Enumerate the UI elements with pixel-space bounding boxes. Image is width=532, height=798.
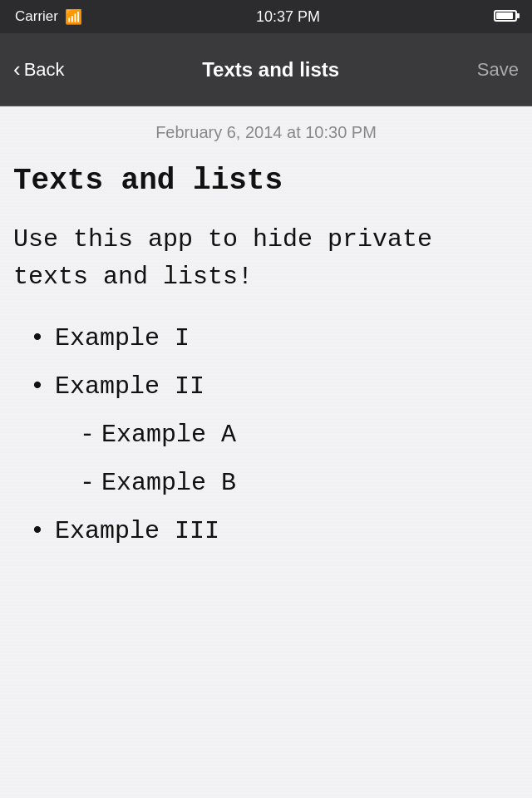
back-label: Back [24, 59, 65, 81]
bullet-icon: • [30, 316, 45, 361]
list-item: • Example III [30, 509, 519, 554]
sub-list: - Example A - Example B [80, 412, 519, 505]
status-bar: Carrier 📶 10:37 PM [0, 0, 532, 33]
list-item-label: Example I [55, 316, 190, 361]
nav-bar: ‹ Back Texts and lists Save [0, 33, 532, 106]
status-left: Carrier 📶 [15, 8, 82, 26]
content-area: February 6, 2014 at 10:30 PM Texts and l… [0, 106, 532, 798]
list-item: • Example II [30, 364, 519, 409]
dash-icon: - [80, 412, 95, 457]
back-button[interactable]: ‹ Back [13, 59, 65, 81]
battery-icon [494, 8, 517, 26]
sub-list-item: - Example B [80, 461, 519, 505]
note-title: Texts and lists [13, 162, 519, 201]
save-button[interactable]: Save [477, 59, 519, 81]
nav-title: Texts and lists [202, 58, 339, 81]
bullet-icon: • [30, 364, 45, 409]
sub-list-item-label: Example B [101, 461, 236, 505]
back-chevron-icon: ‹ [13, 58, 21, 80]
list-item-label: Example III [55, 509, 219, 554]
bullet-icon: • [30, 509, 45, 554]
wifi-icon: 📶 [65, 8, 82, 26]
status-right [494, 8, 517, 26]
status-time: 10:37 PM [256, 8, 320, 26]
dash-icon: - [80, 461, 95, 505]
note-body: Use this app to hide private texts and l… [13, 221, 519, 296]
date-label: February 6, 2014 at 10:30 PM [13, 123, 519, 142]
carrier-label: Carrier [15, 8, 58, 25]
list-item: • Example I [30, 316, 519, 361]
list-item-label: Example II [55, 364, 204, 409]
note-list: • Example I • Example II - Example A - E… [30, 316, 519, 554]
sub-list-item: - Example A [80, 412, 519, 457]
sub-list-item-label: Example A [101, 412, 236, 457]
